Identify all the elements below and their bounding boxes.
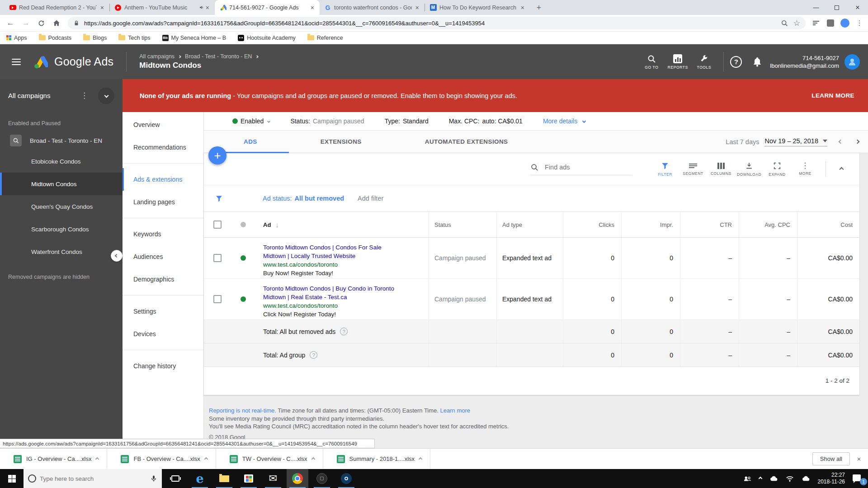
columns-button[interactable]: COLUMNS [707, 163, 735, 176]
ad-preview[interactable]: Toronto Midtown Condos | Buy Condo in To… [255, 279, 400, 319]
nav-audiences[interactable]: Audiences [123, 245, 203, 268]
bookmark-blogs[interactable]: Blogs [83, 35, 107, 41]
nav-keywords[interactable]: Keywords [123, 223, 203, 245]
enabled-dot-icon[interactable] [241, 296, 246, 302]
status-dot-header-icon[interactable] [241, 222, 246, 227]
close-tab-icon[interactable]: × [99, 4, 105, 11]
help-icon[interactable]: ? [730, 56, 742, 68]
task-view-icon[interactable] [165, 469, 186, 488]
close-tab-icon[interactable]: × [310, 4, 315, 11]
sidebar-campaign[interactable]: Broad - Test - Toronto - EN [0, 131, 123, 150]
nav-devices[interactable]: Devices [123, 323, 203, 345]
learn-more-link[interactable]: Learn more [440, 407, 470, 414]
sidebar-item-etobicoke[interactable]: Etobicoke Condos [0, 150, 123, 173]
download-item[interactable]: FB - Overview - Ca....xlsx [107, 449, 215, 469]
collapse-campaigns-button[interactable] [98, 88, 114, 104]
segment-button[interactable]: SEGMENT [679, 163, 707, 176]
action-center-icon[interactable]: 1 [853, 474, 863, 483]
maximize-button[interactable] [826, 0, 847, 15]
bookmark-hootsuite[interactable]: Hootsuite Academy [238, 35, 296, 41]
bookmark-seneca[interactable]: BbMy Seneca Home – B [162, 35, 226, 41]
tab-google-search[interactable]: G toronto waterfront condos - Goo × [320, 0, 425, 15]
avatar[interactable] [844, 54, 860, 70]
find-ads-input[interactable] [545, 164, 622, 171]
edge-icon[interactable]: e [189, 469, 211, 488]
chevron-up-icon[interactable] [311, 457, 315, 460]
extension-grey-icon[interactable] [825, 17, 836, 29]
close-tab-icon[interactable]: × [520, 4, 525, 11]
nav-recommendations[interactable]: Recommendations [123, 136, 203, 159]
clock[interactable]: 22:27 2018-11-26 [818, 472, 845, 485]
add-filter-button[interactable]: Add filter [358, 195, 383, 202]
date-range-picker[interactable]: Nov 19 – 25, 2018 [764, 137, 827, 146]
gog-galaxy-icon[interactable] [311, 469, 333, 488]
ad-preview[interactable]: Toronto Midtown Condos | Condos For Sale… [255, 238, 400, 278]
chevron-up-icon[interactable] [204, 457, 208, 460]
breadcrumb-campaign[interactable]: Broad - Test - Toronto - EN [185, 53, 252, 60]
onedrive-icon[interactable] [769, 474, 778, 483]
prev-period-icon[interactable] [839, 140, 843, 144]
row-checkbox[interactable] [213, 295, 222, 303]
row-checkbox[interactable] [213, 254, 222, 262]
steam-icon[interactable] [335, 469, 357, 488]
sidebar-item-scarborough[interactable]: Scarborough Condos [0, 218, 123, 240]
sidebar-item-queens-quay[interactable]: Queen's Quay Condos [0, 195, 123, 218]
people-icon[interactable] [743, 474, 751, 483]
bookmark-apps[interactable]: Apps [6, 35, 27, 41]
microsoft-store-icon[interactable] [238, 469, 259, 488]
col-avg-cpc[interactable]: Avg. CPC [739, 212, 797, 237]
col-cost[interactable]: Cost [797, 212, 859, 237]
zoom-icon[interactable] [781, 19, 788, 27]
close-tab-icon[interactable]: × [415, 4, 420, 11]
enabled-dot-icon[interactable] [241, 255, 246, 261]
download-button[interactable]: DOWNLOAD [735, 162, 763, 177]
chrome-menu-icon[interactable]: ⋮ [854, 17, 865, 29]
bookmark-star-icon[interactable]: ☆ [793, 19, 800, 28]
goto-button[interactable]: GO TO [638, 54, 665, 70]
tab-youtube-music[interactable]: Anthem - YouTube Music × [110, 0, 215, 15]
col-ad[interactable]: Ad↓ [255, 212, 429, 237]
nav-ads-extensions-selected[interactable]: Ads & extensions [123, 168, 203, 191]
notifications-bell-icon[interactable] [752, 56, 763, 67]
tab-google-ads-active[interactable]: 714-561-9027 - Google Ads × [215, 0, 320, 15]
ad-headline[interactable]: Toronto Midtown Condos | Condos For Sale… [263, 243, 394, 260]
tab-extensions[interactable]: EXTENSIONS [289, 131, 393, 153]
home-button[interactable] [50, 16, 63, 30]
select-all-checkbox[interactable] [213, 221, 222, 229]
pagination[interactable]: 1 - 2 of 2 [204, 367, 859, 394]
show-all-downloads-button[interactable]: Show all [812, 452, 850, 465]
address-bar[interactable]: ☆ [68, 17, 806, 29]
find-ads-field[interactable] [530, 163, 632, 175]
chrome-icon[interactable] [287, 469, 308, 488]
help-icon[interactable]: ? [340, 328, 348, 335]
col-impr[interactable]: Impr. [621, 212, 680, 237]
download-item[interactable]: IG - Overview - Ca....xlsx [0, 449, 107, 469]
collapse-table-button[interactable] [832, 168, 850, 171]
forward-button[interactable]: → [19, 16, 33, 30]
add-ad-fab[interactable]: + [208, 146, 226, 164]
filter-chip[interactable]: Ad status: [263, 195, 292, 202]
nav-demographics[interactable]: Demographics [123, 268, 203, 291]
bookmark-reference[interactable]: Reference [307, 35, 343, 41]
col-ad-type[interactable]: Ad type [496, 212, 563, 237]
sidebar-item-midtown-selected[interactable]: Midtown Condos [0, 173, 123, 195]
start-button[interactable] [0, 469, 24, 488]
bookmark-podcasts[interactable]: Podcasts [39, 35, 71, 41]
back-button[interactable]: ← [4, 16, 17, 30]
tray-chevron-up-icon[interactable] [758, 477, 762, 480]
more-details-button[interactable]: More details [543, 117, 585, 125]
taskbar-search-input[interactable] [40, 475, 146, 482]
col-status[interactable]: Status [429, 212, 496, 237]
tab-automated-extensions[interactable]: AUTOMATED EXTENSIONS [393, 131, 540, 153]
close-downloads-icon[interactable]: × [850, 455, 868, 463]
breadcrumb-all-campaigns[interactable]: All campaigns [139, 53, 175, 60]
col-ctr[interactable]: CTR [680, 212, 739, 237]
enabled-status[interactable]: Enabled [232, 117, 270, 125]
wifi-icon[interactable] [786, 474, 794, 483]
taskbar-search[interactable] [24, 469, 162, 488]
new-tab-button[interactable]: + [533, 1, 545, 14]
chevron-up-icon[interactable] [419, 457, 422, 460]
url-input[interactable] [84, 20, 775, 27]
chevron-up-icon[interactable] [95, 457, 99, 460]
kebab-menu-icon[interactable]: ⋮ [80, 91, 88, 100]
